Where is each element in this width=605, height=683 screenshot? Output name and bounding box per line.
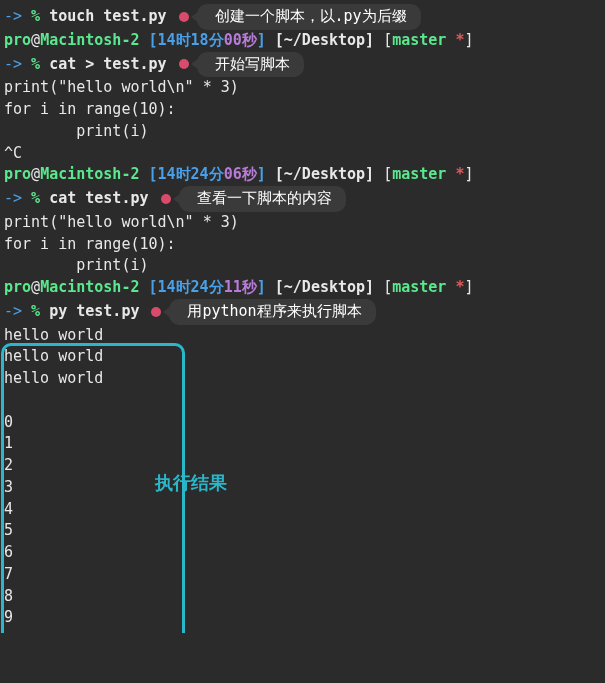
annotation-bubble: 用python程序来执行脚本 [169,299,375,325]
prompt-line-4: -> % py test.py用python程序来执行脚本 [4,299,601,325]
percent-sign: % [31,55,40,73]
code-line: print(i) [4,121,601,143]
seconds-text: 06秒 [224,165,257,183]
host-text: Macintosh-2 [40,278,139,296]
output-line: 3 [4,477,601,499]
output-line: 6 [4,542,601,564]
seconds-text: 00秒 [224,31,257,49]
code-line: print(i) [4,255,601,277]
status-line-2: pro@Macintosh-2 [14时24分06秒] [~/Desktop] … [4,164,601,186]
dot-icon [179,12,189,22]
output-line: 0 [4,412,601,434]
output-line: hello world [4,346,601,368]
arrow-icon: -> [4,302,22,320]
prompt-line-3: -> % cat test.py查看一下脚本的内容 [4,186,601,212]
command-text: cat test.py [49,189,148,207]
at-sign: @ [31,165,40,183]
percent-sign: % [31,189,40,207]
prompt-line-1: -> % touch test.py创建一个脚本，以.py为后缀 [4,4,601,30]
time-text: [14时18分 [149,31,224,49]
bracket: [ [383,165,392,183]
annotation-bubble: 开始写脚本 [197,52,304,78]
output-line: 5 [4,520,601,542]
status-line-3: pro@Macintosh-2 [14时24分11秒] [~/Desktop] … [4,277,601,299]
path-text: [~/Desktop] [266,278,383,296]
branch-text: master [392,278,455,296]
output-line: hello world [4,368,601,390]
status-line-1: pro@Macintosh-2 [14时18分00秒] [~/Desktop] … [4,30,601,52]
time-bracket: ] [257,165,266,183]
code-line: print("hello world\n" * 3) [4,212,601,234]
output-line: 4 [4,499,601,521]
percent-sign: % [31,7,40,25]
path-text: [~/Desktop] [266,31,383,49]
host-text: Macintosh-2 [40,31,139,49]
code-line: ^C [4,143,601,165]
code-line: for i in range(10): [4,99,601,121]
prompt-line-2: -> % cat > test.py开始写脚本 [4,52,601,78]
bracket: [ [383,278,392,296]
path-text: [~/Desktop] [266,165,383,183]
bracket: ] [464,165,473,183]
command-text: cat > test.py [49,55,166,73]
arrow-icon: -> [4,189,22,207]
code-line: print("hello world\n" * 3) [4,77,601,99]
seconds-text: 11秒 [224,278,257,296]
time-text: [14时24分 [149,278,224,296]
branch-text: master [392,165,455,183]
annotation-bubble: 查看一下脚本的内容 [179,186,346,212]
user-text: pro [4,278,31,296]
output-line: 7 [4,564,601,586]
user-text: pro [4,165,31,183]
output-line [4,390,601,412]
time-bracket: ] [257,278,266,296]
bracket: [ [383,31,392,49]
annotation-bubble: 创建一个脚本，以.py为后缀 [197,4,421,30]
host-text: Macintosh-2 [40,165,139,183]
arrow-icon: -> [4,7,22,25]
output-line: 9 [4,607,601,629]
output-line: 1 [4,433,601,455]
user-text: pro [4,31,31,49]
bracket: ] [464,278,473,296]
output-line: 8 [4,586,601,608]
command-text: py test.py [49,302,139,320]
branch-text: master [392,31,455,49]
dot-icon [151,307,161,317]
code-line: for i in range(10): [4,234,601,256]
command-text: touch test.py [49,7,166,25]
output-line: hello world [4,325,601,347]
at-sign: @ [31,31,40,49]
bracket: ] [464,31,473,49]
percent-sign: % [31,302,40,320]
time-text: [14时24分 [149,165,224,183]
dot-icon [161,194,171,204]
at-sign: @ [31,278,40,296]
arrow-icon: -> [4,55,22,73]
output-line: 2 [4,455,601,477]
time-bracket: ] [257,31,266,49]
dot-icon [179,59,189,69]
